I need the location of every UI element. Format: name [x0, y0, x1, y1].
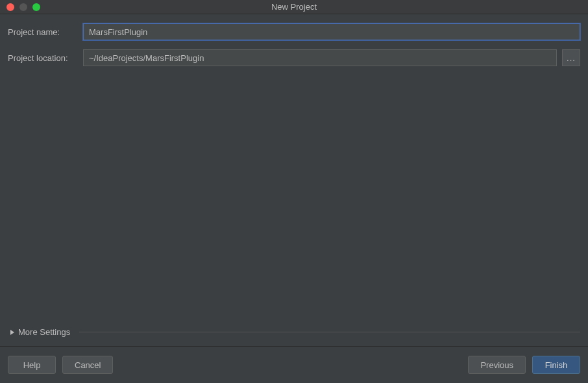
project-location-label: Project location: [8, 53, 78, 63]
previous-button[interactable]: Previous [468, 356, 526, 374]
divider [79, 332, 580, 332]
help-button[interactable]: Help [8, 356, 56, 374]
dialog-content: Project name: Project location: ... More… [0, 14, 588, 340]
project-location-row: Project location: ... [8, 49, 580, 66]
minimize-icon[interactable] [19, 3, 27, 11]
button-bar: Help Cancel Previous Finish [0, 346, 588, 383]
titlebar: New Project [0, 0, 588, 14]
traffic-lights [0, 3, 40, 11]
window-title: New Project [271, 2, 317, 12]
browse-button[interactable]: ... [562, 49, 580, 66]
project-location-input[interactable] [83, 49, 557, 66]
maximize-icon[interactable] [32, 3, 40, 11]
more-settings-label: More Settings [18, 327, 70, 337]
content-spacer [8, 75, 580, 325]
chevron-right-icon [10, 330, 14, 335]
project-name-input[interactable] [83, 23, 580, 40]
project-name-row: Project name: [8, 23, 580, 40]
finish-button[interactable]: Finish [532, 356, 580, 374]
cancel-button[interactable]: Cancel [62, 356, 113, 374]
button-spacer [119, 356, 461, 374]
project-name-label: Project name: [8, 27, 78, 37]
close-icon[interactable] [6, 3, 14, 11]
more-settings-toggle[interactable]: More Settings [10, 325, 580, 340]
